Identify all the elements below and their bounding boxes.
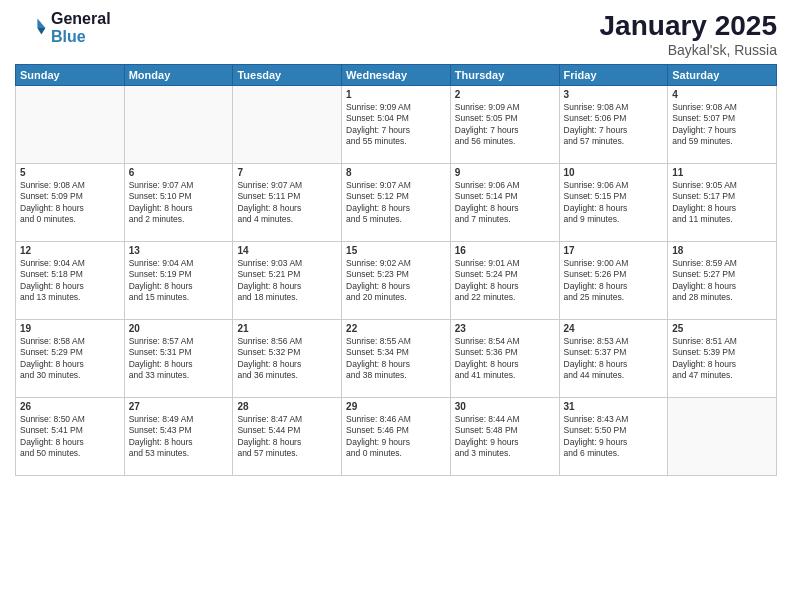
calendar-cell: 23Sunrise: 8:54 AM Sunset: 5:36 PM Dayli… xyxy=(450,320,559,398)
day-info: Sunrise: 9:09 AM Sunset: 5:04 PM Dayligh… xyxy=(346,102,446,148)
day-info: Sunrise: 9:07 AM Sunset: 5:12 PM Dayligh… xyxy=(346,180,446,226)
day-number: 21 xyxy=(237,323,337,334)
day-info: Sunrise: 8:58 AM Sunset: 5:29 PM Dayligh… xyxy=(20,336,120,382)
logo: General Blue xyxy=(15,10,111,46)
day-number: 15 xyxy=(346,245,446,256)
calendar-cell: 3Sunrise: 9:08 AM Sunset: 5:06 PM Daylig… xyxy=(559,86,668,164)
svg-marker-0 xyxy=(37,18,45,28)
day-number: 19 xyxy=(20,323,120,334)
day-number: 13 xyxy=(129,245,229,256)
weekday-header-friday: Friday xyxy=(559,65,668,86)
calendar-cell: 30Sunrise: 8:44 AM Sunset: 5:48 PM Dayli… xyxy=(450,398,559,476)
day-info: Sunrise: 8:55 AM Sunset: 5:34 PM Dayligh… xyxy=(346,336,446,382)
calendar-cell: 24Sunrise: 8:53 AM Sunset: 5:37 PM Dayli… xyxy=(559,320,668,398)
calendar-cell: 12Sunrise: 9:04 AM Sunset: 5:18 PM Dayli… xyxy=(16,242,125,320)
day-info: Sunrise: 9:07 AM Sunset: 5:11 PM Dayligh… xyxy=(237,180,337,226)
day-number: 3 xyxy=(564,89,664,100)
day-info: Sunrise: 8:49 AM Sunset: 5:43 PM Dayligh… xyxy=(129,414,229,460)
day-number: 28 xyxy=(237,401,337,412)
weekday-header-row: SundayMondayTuesdayWednesdayThursdayFrid… xyxy=(16,65,777,86)
calendar-week-4: 19Sunrise: 8:58 AM Sunset: 5:29 PM Dayli… xyxy=(16,320,777,398)
calendar-cell: 14Sunrise: 9:03 AM Sunset: 5:21 PM Dayli… xyxy=(233,242,342,320)
day-info: Sunrise: 8:53 AM Sunset: 5:37 PM Dayligh… xyxy=(564,336,664,382)
day-info: Sunrise: 9:00 AM Sunset: 5:26 PM Dayligh… xyxy=(564,258,664,304)
calendar-cell: 1Sunrise: 9:09 AM Sunset: 5:04 PM Daylig… xyxy=(342,86,451,164)
calendar-cell: 10Sunrise: 9:06 AM Sunset: 5:15 PM Dayli… xyxy=(559,164,668,242)
day-number: 18 xyxy=(672,245,772,256)
calendar-cell: 13Sunrise: 9:04 AM Sunset: 5:19 PM Dayli… xyxy=(124,242,233,320)
calendar-cell: 20Sunrise: 8:57 AM Sunset: 5:31 PM Dayli… xyxy=(124,320,233,398)
weekday-header-saturday: Saturday xyxy=(668,65,777,86)
day-number: 24 xyxy=(564,323,664,334)
day-info: Sunrise: 8:44 AM Sunset: 5:48 PM Dayligh… xyxy=(455,414,555,460)
day-info: Sunrise: 8:43 AM Sunset: 5:50 PM Dayligh… xyxy=(564,414,664,460)
day-number: 7 xyxy=(237,167,337,178)
calendar-cell: 4Sunrise: 9:08 AM Sunset: 5:07 PM Daylig… xyxy=(668,86,777,164)
day-info: Sunrise: 8:46 AM Sunset: 5:46 PM Dayligh… xyxy=(346,414,446,460)
calendar-cell xyxy=(16,86,125,164)
day-number: 26 xyxy=(20,401,120,412)
day-info: Sunrise: 9:09 AM Sunset: 5:05 PM Dayligh… xyxy=(455,102,555,148)
day-number: 23 xyxy=(455,323,555,334)
day-number: 4 xyxy=(672,89,772,100)
calendar-cell: 17Sunrise: 9:00 AM Sunset: 5:26 PM Dayli… xyxy=(559,242,668,320)
day-info: Sunrise: 8:59 AM Sunset: 5:27 PM Dayligh… xyxy=(672,258,772,304)
day-info: Sunrise: 8:50 AM Sunset: 5:41 PM Dayligh… xyxy=(20,414,120,460)
day-number: 6 xyxy=(129,167,229,178)
calendar-week-5: 26Sunrise: 8:50 AM Sunset: 5:41 PM Dayli… xyxy=(16,398,777,476)
calendar-week-3: 12Sunrise: 9:04 AM Sunset: 5:18 PM Dayli… xyxy=(16,242,777,320)
calendar-cell xyxy=(233,86,342,164)
location-title: Baykal'sk, Russia xyxy=(600,42,777,58)
calendar-table: SundayMondayTuesdayWednesdayThursdayFrid… xyxy=(15,64,777,476)
calendar-cell: 29Sunrise: 8:46 AM Sunset: 5:46 PM Dayli… xyxy=(342,398,451,476)
calendar-cell: 5Sunrise: 9:08 AM Sunset: 5:09 PM Daylig… xyxy=(16,164,125,242)
day-info: Sunrise: 9:06 AM Sunset: 5:14 PM Dayligh… xyxy=(455,180,555,226)
calendar-cell: 6Sunrise: 9:07 AM Sunset: 5:10 PM Daylig… xyxy=(124,164,233,242)
day-info: Sunrise: 9:04 AM Sunset: 5:19 PM Dayligh… xyxy=(129,258,229,304)
calendar-cell: 21Sunrise: 8:56 AM Sunset: 5:32 PM Dayli… xyxy=(233,320,342,398)
day-info: Sunrise: 9:02 AM Sunset: 5:23 PM Dayligh… xyxy=(346,258,446,304)
calendar-cell: 18Sunrise: 8:59 AM Sunset: 5:27 PM Dayli… xyxy=(668,242,777,320)
day-number: 9 xyxy=(455,167,555,178)
day-info: Sunrise: 9:06 AM Sunset: 5:15 PM Dayligh… xyxy=(564,180,664,226)
day-number: 25 xyxy=(672,323,772,334)
weekday-header-sunday: Sunday xyxy=(16,65,125,86)
day-number: 2 xyxy=(455,89,555,100)
day-number: 29 xyxy=(346,401,446,412)
header: General Blue January 2025 Baykal'sk, Rus… xyxy=(15,10,777,58)
day-info: Sunrise: 9:05 AM Sunset: 5:17 PM Dayligh… xyxy=(672,180,772,226)
day-number: 22 xyxy=(346,323,446,334)
day-info: Sunrise: 8:57 AM Sunset: 5:31 PM Dayligh… xyxy=(129,336,229,382)
day-number: 11 xyxy=(672,167,772,178)
calendar-cell xyxy=(124,86,233,164)
day-info: Sunrise: 9:08 AM Sunset: 5:07 PM Dayligh… xyxy=(672,102,772,148)
logo-text: General Blue xyxy=(51,10,111,46)
calendar-cell: 8Sunrise: 9:07 AM Sunset: 5:12 PM Daylig… xyxy=(342,164,451,242)
day-number: 16 xyxy=(455,245,555,256)
calendar-week-2: 5Sunrise: 9:08 AM Sunset: 5:09 PM Daylig… xyxy=(16,164,777,242)
calendar-cell xyxy=(668,398,777,476)
weekday-header-monday: Monday xyxy=(124,65,233,86)
calendar-cell: 28Sunrise: 8:47 AM Sunset: 5:44 PM Dayli… xyxy=(233,398,342,476)
calendar-cell: 16Sunrise: 9:01 AM Sunset: 5:24 PM Dayli… xyxy=(450,242,559,320)
day-info: Sunrise: 8:51 AM Sunset: 5:39 PM Dayligh… xyxy=(672,336,772,382)
day-number: 14 xyxy=(237,245,337,256)
weekday-header-thursday: Thursday xyxy=(450,65,559,86)
calendar-cell: 25Sunrise: 8:51 AM Sunset: 5:39 PM Dayli… xyxy=(668,320,777,398)
calendar-cell: 9Sunrise: 9:06 AM Sunset: 5:14 PM Daylig… xyxy=(450,164,559,242)
day-info: Sunrise: 8:47 AM Sunset: 5:44 PM Dayligh… xyxy=(237,414,337,460)
title-area: January 2025 Baykal'sk, Russia xyxy=(600,10,777,58)
calendar-cell: 7Sunrise: 9:07 AM Sunset: 5:11 PM Daylig… xyxy=(233,164,342,242)
day-info: Sunrise: 9:03 AM Sunset: 5:21 PM Dayligh… xyxy=(237,258,337,304)
day-number: 10 xyxy=(564,167,664,178)
day-info: Sunrise: 9:01 AM Sunset: 5:24 PM Dayligh… xyxy=(455,258,555,304)
calendar-cell: 2Sunrise: 9:09 AM Sunset: 5:05 PM Daylig… xyxy=(450,86,559,164)
day-info: Sunrise: 8:54 AM Sunset: 5:36 PM Dayligh… xyxy=(455,336,555,382)
calendar-cell: 22Sunrise: 8:55 AM Sunset: 5:34 PM Dayli… xyxy=(342,320,451,398)
svg-marker-1 xyxy=(37,28,45,34)
day-number: 12 xyxy=(20,245,120,256)
day-info: Sunrise: 9:07 AM Sunset: 5:10 PM Dayligh… xyxy=(129,180,229,226)
page-container: General Blue January 2025 Baykal'sk, Rus… xyxy=(0,0,792,486)
calendar-week-1: 1Sunrise: 9:09 AM Sunset: 5:04 PM Daylig… xyxy=(16,86,777,164)
logo-icon xyxy=(15,12,47,44)
